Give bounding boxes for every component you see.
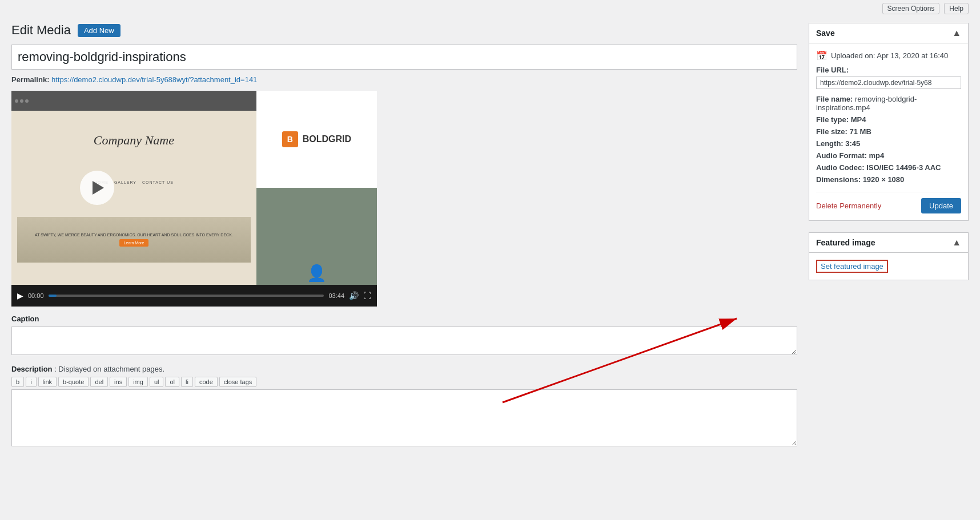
update-button[interactable]: Update bbox=[921, 198, 961, 213]
page-wrapper: Edit Media Add New Permalink: https://de… bbox=[0, 17, 980, 520]
uploaded-row: 📅 Uploaded on: Apr 13, 2020 at 16:40 bbox=[816, 50, 961, 61]
file-type-label: File type: bbox=[816, 115, 849, 124]
description-sublabel: : Displayed on attachment pages. bbox=[54, 365, 164, 373]
featured-image-panel-body: Set featured image bbox=[809, 253, 968, 280]
video-thumbnail: Company Name HOME GALLERY CONTACT US AT … bbox=[11, 91, 377, 285]
uploaded-label: Uploaded on: Apr 13, 2020 at 16:40 bbox=[831, 51, 948, 60]
save-panel-body: 📅 Uploaded on: Apr 13, 2020 at 16:40 Fil… bbox=[809, 43, 968, 220]
video-controls: ▶ 00:00 03:44 🔊 ⛶ bbox=[11, 285, 377, 307]
page-title: Edit Media bbox=[11, 23, 71, 38]
boldgrid-label: BOLDGRID bbox=[303, 134, 351, 144]
boldgrid-logo-area: B BOLDGRID bbox=[256, 91, 377, 188]
toolbar-img[interactable]: img bbox=[128, 377, 148, 387]
toolbar-ins[interactable]: ins bbox=[110, 377, 127, 387]
video-container: Company Name HOME GALLERY CONTACT US AT … bbox=[11, 91, 377, 307]
toolbar-li[interactable]: li bbox=[181, 377, 193, 387]
screen-options-button[interactable]: Screen Options bbox=[882, 3, 940, 14]
toolbar-i[interactable]: i bbox=[26, 377, 36, 387]
file-name-row: File name: removing-boldgrid-inspiration… bbox=[816, 95, 961, 112]
fullscreen-button[interactable]: ⛶ bbox=[363, 291, 371, 300]
featured-image-panel: Featured image ▲ Set featured image bbox=[809, 232, 969, 280]
file-size-value: 71 MB bbox=[850, 127, 871, 136]
audio-codec-label: Audio Codec: bbox=[816, 163, 865, 172]
toolbar-b[interactable]: b bbox=[11, 377, 24, 387]
calendar-icon: 📅 bbox=[816, 50, 828, 61]
description-label-strong: Description bbox=[11, 365, 53, 373]
toolbar-code[interactable]: code bbox=[195, 377, 218, 387]
file-type-row: File type: MP4 bbox=[816, 115, 961, 124]
save-panel-title: Save bbox=[816, 29, 835, 38]
skateboard-area: AT SWIFTY, WE MERGE BEAUTY AND ERGONOMIC… bbox=[17, 217, 251, 263]
length-value: 3:45 bbox=[845, 139, 860, 148]
toolbar-ul[interactable]: ul bbox=[150, 377, 164, 387]
play-pause-button[interactable]: ▶ bbox=[17, 291, 23, 300]
toolbar-close-tags[interactable]: close tags bbox=[219, 377, 257, 387]
skateboard-text: AT SWIFTY, WE MERGE BEAUTY AND ERGONOMIC… bbox=[35, 233, 233, 237]
video-left: Company Name HOME GALLERY CONTACT US AT … bbox=[11, 91, 256, 285]
audio-codec-value: ISO/IEC 14496-3 AAC bbox=[866, 163, 941, 172]
person-icon: 👤 bbox=[307, 264, 327, 283]
file-name-label: File name: bbox=[816, 95, 853, 103]
video-right: B BOLDGRID 👤 bbox=[256, 91, 377, 285]
permalink-row: Permalink: https://demo2.cloudwp.dev/tri… bbox=[11, 75, 797, 84]
dot2 bbox=[20, 99, 23, 103]
toolbar-bquote[interactable]: b-quote bbox=[58, 377, 89, 387]
file-url-label: File URL: bbox=[816, 66, 961, 74]
featured-image-panel-header: Featured image ▲ bbox=[809, 233, 968, 253]
file-type-value: MP4 bbox=[851, 115, 866, 124]
description-textarea[interactable] bbox=[11, 389, 797, 446]
add-new-button[interactable]: Add New bbox=[78, 24, 121, 37]
time-total: 03:44 bbox=[328, 292, 344, 299]
media-title-input[interactable] bbox=[11, 45, 797, 70]
length-row: Length: 3:45 bbox=[816, 139, 961, 148]
toolbar-link[interactable]: link bbox=[38, 377, 57, 387]
progress-fill bbox=[49, 295, 57, 297]
dimensions-value: 1920 × 1080 bbox=[863, 175, 905, 184]
time-current: 00:00 bbox=[28, 292, 44, 299]
video-left-content: Company Name HOME GALLERY CONTACT US AT … bbox=[11, 111, 256, 285]
person-area: 👤 bbox=[256, 188, 377, 285]
toolbar-ol[interactable]: ol bbox=[165, 377, 179, 387]
set-featured-image-link[interactable]: Set featured image bbox=[816, 260, 888, 273]
audio-format-label: Audio Format: bbox=[816, 151, 867, 160]
audio-format-value: mp4 bbox=[869, 151, 884, 160]
browser-bar bbox=[11, 91, 256, 111]
description-toolbar: b i link b-quote del ins img ul ol li co… bbox=[11, 377, 797, 387]
caption-label: Caption bbox=[11, 315, 797, 323]
play-button-overlay[interactable] bbox=[80, 171, 114, 205]
delete-permanently-link[interactable]: Delete Permanently bbox=[816, 201, 881, 210]
company-name-text: Company Name bbox=[94, 133, 174, 148]
toolbar-del[interactable]: del bbox=[90, 377, 108, 387]
top-bar: Screen Options Help bbox=[0, 0, 980, 17]
featured-image-panel-toggle[interactable]: ▲ bbox=[952, 237, 961, 248]
volume-button[interactable]: 🔊 bbox=[349, 291, 359, 300]
description-label: Description : Displayed on attachment pa… bbox=[11, 365, 797, 373]
help-button[interactable]: Help bbox=[944, 3, 969, 14]
file-size-label: File size: bbox=[816, 127, 848, 136]
main-content: Edit Media Add New Permalink: https://de… bbox=[11, 23, 797, 448]
file-size-row: File size: 71 MB bbox=[816, 127, 961, 136]
permalink-link[interactable]: https://demo2.cloudwp.dev/trial-5y688wyt… bbox=[51, 75, 257, 84]
permalink-label: Permalink: bbox=[11, 75, 49, 84]
learn-more-btn[interactable]: Learn More bbox=[119, 239, 149, 247]
dot3 bbox=[25, 99, 29, 103]
save-panel-header: Save ▲ bbox=[809, 23, 968, 43]
nav-contact: CONTACT US bbox=[142, 180, 174, 184]
length-label: Length: bbox=[816, 139, 844, 148]
save-panel-toggle[interactable]: ▲ bbox=[952, 28, 961, 38]
audio-format-row: Audio Format: mp4 bbox=[816, 151, 961, 160]
save-actions: Delete Permanently Update bbox=[816, 192, 961, 213]
save-panel: Save ▲ 📅 Uploaded on: Apr 13, 2020 at 16… bbox=[809, 23, 969, 221]
boldgrid-icon: B bbox=[282, 131, 298, 147]
featured-image-panel-title: Featured image bbox=[816, 238, 875, 247]
browser-dots bbox=[15, 99, 29, 103]
dimensions-row: Dimensions: 1920 × 1080 bbox=[816, 175, 961, 184]
nav-gallery: GALLERY bbox=[114, 180, 136, 184]
dot1 bbox=[15, 99, 18, 103]
caption-input[interactable] bbox=[11, 326, 797, 355]
audio-codec-row: Audio Codec: ISO/IEC 14496-3 AAC bbox=[816, 163, 961, 172]
dimensions-label: Dimensions: bbox=[816, 175, 861, 184]
file-url-input[interactable] bbox=[816, 76, 961, 89]
progress-bar[interactable] bbox=[49, 295, 324, 297]
sidebar: Save ▲ 📅 Uploaded on: Apr 13, 2020 at 16… bbox=[809, 23, 969, 292]
